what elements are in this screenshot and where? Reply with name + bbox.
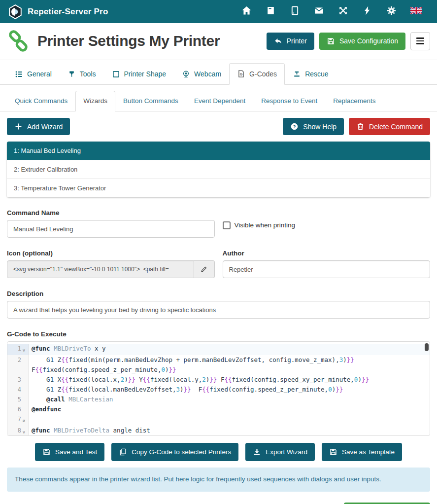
- expand-arrows-icon[interactable]: [331, 2, 355, 21]
- navbar-icons: [235, 2, 429, 21]
- square-icon: [112, 70, 120, 78]
- webcam-icon: [182, 70, 190, 78]
- sub-tabs: Quick CommandsWizardsButton CommandsEven…: [0, 91, 437, 111]
- code-line[interactable]: 4 G1 Z{{fixed(local.manBedLevZoffset,3)}…: [7, 385, 430, 395]
- menu-button[interactable]: [410, 32, 430, 50]
- mail-icon[interactable]: [307, 2, 331, 21]
- export-wizard-button[interactable]: Export Wizard: [245, 443, 315, 461]
- command-name-label: Command Name: [7, 209, 215, 216]
- code-line[interactable]: 6@endfunc: [7, 404, 430, 414]
- line-number: 1v: [7, 344, 29, 355]
- add-wizard-button[interactable]: Add Wizard: [7, 118, 70, 135]
- copy-icon: [119, 448, 127, 456]
- download-icon: [253, 448, 261, 456]
- subtab-wizards[interactable]: Wizards: [75, 91, 115, 111]
- visible-when-printing-label: Visible when printing: [235, 221, 296, 229]
- rescue-icon: [293, 70, 301, 78]
- subtab-event-dependent[interactable]: Event Dependent: [186, 91, 253, 111]
- list-icon: [15, 70, 23, 78]
- hamburger-icon: [416, 37, 424, 39]
- navbar: Repetier-Server Pro: [0, 0, 437, 23]
- save-icon: [329, 448, 337, 456]
- wizard-form: Command Name Visible when printing Icon …: [0, 197, 437, 436]
- gear-icon[interactable]: [379, 2, 403, 21]
- code-line[interactable]: 1v@func MBLDriveTo x y: [7, 344, 430, 355]
- bottom-actions: Save and TestCopy G-Code to selected Pri…: [0, 443, 437, 461]
- save-icon: [327, 37, 335, 45]
- chain-link-icon: [7, 30, 30, 52]
- tab-g-codes[interactable]: GG-Codes: [229, 63, 285, 85]
- icon-svg-input[interactable]: [7, 260, 194, 278]
- tab-rescue[interactable]: Rescue: [285, 63, 336, 85]
- pencil-icon: [200, 265, 208, 273]
- icon-label: Icon (optional): [7, 250, 215, 257]
- editor-scrollbar[interactable]: [425, 343, 429, 351]
- tablet-icon[interactable]: [283, 2, 307, 21]
- brand[interactable]: Repetier-Server Pro: [8, 4, 108, 19]
- page-title: Printer Settings My Printer: [37, 33, 220, 49]
- visible-when-printing-checkbox[interactable]: [223, 221, 231, 229]
- printer-icon[interactable]: [259, 2, 283, 21]
- wizard-toolbar: Add Wizard ? Show Help Delete Command: [0, 118, 437, 135]
- author-label: Author: [223, 250, 431, 257]
- save-icon: [42, 448, 51, 456]
- show-help-button[interactable]: ? Show Help: [283, 118, 344, 135]
- page-header: Printer Settings My Printer Printer Save…: [0, 23, 437, 60]
- description-label: Description: [7, 290, 430, 297]
- code-lines: 1v@func MBLDriveTo x y2 G1 Z{{fixed(min(…: [7, 344, 430, 436]
- wizard-list-item[interactable]: 3: Temperature Tower Generator: [7, 179, 430, 197]
- wizard-list-item[interactable]: 1: Manual Bed Leveling: [7, 142, 430, 160]
- author-input[interactable]: [223, 260, 431, 278]
- app-logo-icon: [8, 4, 23, 19]
- tab-webcam[interactable]: Webcam: [174, 63, 229, 85]
- code-line[interactable]: 2 G1 Z{{fixed(min(perm.manBedLevZhop + p…: [7, 355, 430, 375]
- code-line[interactable]: 3 G1 X{{fixed(local.x,2)}} Y{{fixed(loca…: [7, 375, 430, 385]
- svg-text:G: G: [240, 72, 243, 76]
- back-arrow-icon: [274, 37, 282, 45]
- flag-uk-icon[interactable]: [403, 4, 429, 19]
- home-icon[interactable]: [235, 2, 259, 21]
- subtab-quick-commands[interactable]: Quick Commands: [7, 91, 75, 111]
- subtab-button-commands[interactable]: Button Commands: [115, 91, 186, 111]
- gcode-editor[interactable]: 1v@func MBLDriveTo x y2 G1 Z{{fixed(min(…: [7, 341, 430, 436]
- nozzle-icon: [67, 70, 76, 78]
- save-as-template-button[interactable]: Save as Template: [322, 443, 402, 461]
- trash-icon: [356, 122, 365, 131]
- copy-g-code-to-selected-printers-button[interactable]: Copy G-Code to selected Printers: [111, 443, 238, 461]
- bolt-icon[interactable]: [355, 2, 379, 21]
- delete-command-button[interactable]: Delete Command: [349, 118, 430, 135]
- gcode-label: G-Code to Execute: [7, 330, 430, 338]
- info-message: These commands appear in the printer wiz…: [7, 468, 430, 492]
- edit-icon-button[interactable]: [194, 260, 214, 278]
- wizard-list-item[interactable]: 2: Extruder Calibration: [7, 160, 430, 179]
- subtab-replacements[interactable]: Replacements: [325, 91, 383, 111]
- line-number: 4: [7, 385, 29, 395]
- gcode-file-icon: G: [237, 70, 245, 78]
- save-configuration-button[interactable]: Save Configuration: [319, 33, 405, 50]
- save-and-test-button[interactable]: Save and Test: [35, 443, 104, 461]
- description-input[interactable]: [7, 301, 430, 319]
- wizard-list: 1: Manual Bed Leveling2: Extruder Calibr…: [7, 142, 430, 197]
- tab-general[interactable]: General: [7, 63, 60, 85]
- tab-printer-shape[interactable]: Printer Shape: [104, 63, 174, 85]
- printer-button[interactable]: Printer: [267, 33, 314, 50]
- subtab-response-to-event[interactable]: Response to Event: [253, 91, 325, 111]
- tab-tools[interactable]: Tools: [60, 63, 104, 85]
- code-line[interactable]: 7ø: [7, 414, 430, 426]
- plus-icon: [14, 122, 23, 131]
- line-number: 2: [7, 355, 29, 375]
- brand-title: Repetier-Server Pro: [28, 7, 108, 17]
- command-name-input[interactable]: [7, 220, 215, 238]
- svg-text:?: ?: [293, 124, 296, 129]
- line-number: 5: [7, 395, 29, 404]
- code-line[interactable]: 5 @call MBLCartesian: [7, 395, 430, 404]
- line-number: 8v: [7, 426, 29, 436]
- line-number: 6: [7, 404, 29, 414]
- main-tabs: GeneralToolsPrinter ShapeWebcamGG-CodesR…: [0, 63, 437, 85]
- question-icon: ?: [290, 122, 299, 131]
- line-number: 3: [7, 375, 29, 385]
- code-line[interactable]: 8v@func MBLDriveToDelta angle dist: [7, 426, 430, 436]
- line-number: 7ø: [7, 414, 29, 426]
